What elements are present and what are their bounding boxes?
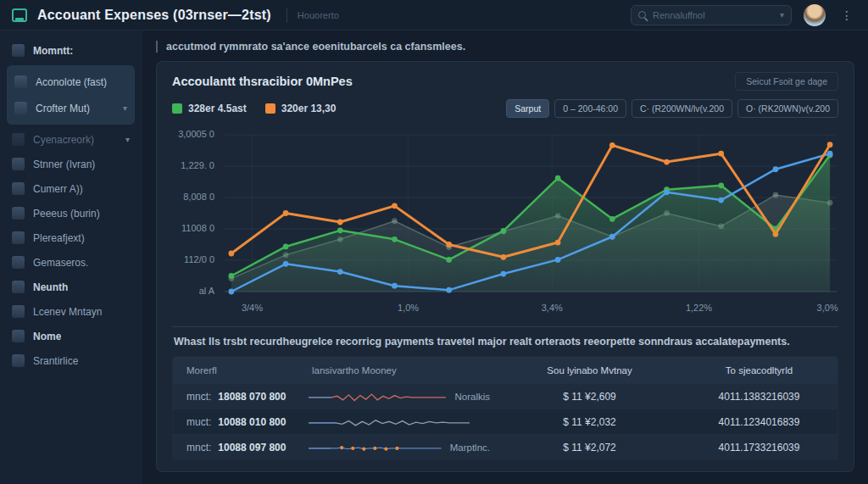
table-row: mnct: 10088 097 800 Marptlnc. $ 11 ¥2,07… bbox=[173, 434, 837, 459]
row-month-value: 10088 097 800 bbox=[218, 442, 286, 453]
apps-icon bbox=[12, 330, 25, 342]
table-row: muct: 10088 010 800 $ 11 ¥2,032 4011.123… bbox=[173, 409, 837, 434]
folder-icon bbox=[12, 305, 25, 318]
sidebar-item-label: Nome bbox=[33, 331, 61, 342]
grid-icon bbox=[14, 102, 27, 114]
header-nav-item[interactable]: Houorerto bbox=[298, 10, 339, 20]
section-divider bbox=[172, 326, 838, 327]
sidebar-item-gemaseros[interactable]: Gemaseros. bbox=[0, 251, 142, 274]
line-chart: 3,0005 01,229. 08,008 011008 0112/0 0al … bbox=[172, 126, 838, 320]
breadcrumb: accutmod rymmrato sa'ance eoenitubarcels… bbox=[156, 37, 854, 61]
row-month-prefix: muct: bbox=[186, 416, 211, 428]
app-logo-icon bbox=[12, 8, 27, 22]
row-month-value: 10088 010 800 bbox=[218, 416, 286, 428]
sparkline-label: Noralkis bbox=[454, 392, 490, 402]
sidebar-item-plereafjext[interactable]: Plereafjext) bbox=[0, 226, 142, 249]
sidebar-active-group: Aconolote (fast) Crofter Mut) ▾ bbox=[7, 65, 135, 125]
x-tick-label: 1,0% bbox=[398, 303, 419, 313]
layers-icon bbox=[12, 133, 25, 146]
breadcrumb-text: accutmod rymmrato sa'ance eoenitubarcels… bbox=[166, 41, 465, 53]
legend-label: 320er 13,30 bbox=[281, 103, 337, 114]
y-tick-label: 1,229. 0 bbox=[181, 160, 214, 170]
table-row: mnct: 18088 070 800 Noralkis $ 11 ¥2,609… bbox=[173, 383, 837, 409]
range-button-1[interactable]: 0 – 200-46:00 bbox=[554, 99, 626, 118]
calendar-icon bbox=[12, 44, 25, 57]
y-axis-labels: 3,0005 01,229. 08,008 011008 0112/0 0al … bbox=[172, 126, 221, 300]
sparkline-chart bbox=[309, 414, 470, 431]
chart-svg bbox=[225, 126, 837, 300]
chevron-down-icon: ▾ bbox=[125, 135, 130, 144]
sparkline-chart bbox=[309, 439, 442, 456]
y-tick-label: 3,0005 0 bbox=[178, 129, 214, 139]
breadcrumb-accent-bar bbox=[156, 41, 158, 53]
chart-legend: 328er 4.5ast 320er 13,30 bbox=[172, 103, 336, 114]
sidebar-item-label: Momntt: bbox=[33, 45, 73, 57]
column-header-incoming: lansivartho Mooney bbox=[300, 365, 498, 376]
sidebar-item-label: Crofter Mut) bbox=[36, 103, 90, 114]
x-tick-label: 3,4% bbox=[542, 303, 563, 313]
row-amount: $ 11 ¥2,072 bbox=[498, 442, 681, 453]
kebab-menu-icon[interactable]: ⋮ bbox=[837, 8, 856, 22]
column-header-outgoing: Sou lyinabo Mvtnay bbox=[498, 365, 681, 376]
grid-icon bbox=[12, 281, 25, 293]
chevron-down-icon: ▾ bbox=[123, 103, 127, 113]
range-button-group: Sarput 0 – 200-46:00 C· (R200WN/lv(v.200… bbox=[506, 99, 838, 118]
sidebar: Momntt: Aconolote (fast) Crofter Mut) ▾ … bbox=[0, 31, 142, 484]
sidebar-item-label: Srantirlice bbox=[33, 355, 78, 367]
legend-item-orange[interactable]: 320er 13,30 bbox=[265, 103, 337, 114]
sidebar-item-label: Aconolote (fast) bbox=[36, 76, 107, 88]
row-amount: $ 11 ¥2,032 bbox=[498, 416, 681, 428]
card-title: Accoulantt thsracibior 0MnPes bbox=[172, 75, 353, 88]
sidebar-item-nome[interactable]: Nome bbox=[0, 325, 142, 348]
x-axis-labels: 3/4%1,0%3,4%1,22%3,0% bbox=[225, 303, 837, 318]
card-action-button[interactable]: Seicut Fsoit ge dage bbox=[735, 72, 838, 91]
row-month-prefix: mnct: bbox=[186, 442, 211, 453]
sidebar-item-label: Cyenacreork) bbox=[33, 134, 94, 146]
sidebar-item-srantirlice[interactable]: Srantirlice bbox=[0, 349, 142, 372]
legend-item-green[interactable]: 328er 4.5ast bbox=[172, 103, 247, 114]
table-header-row: Morerfl lansivartho Mooney Sou lyinabo M… bbox=[173, 357, 837, 383]
user-avatar[interactable] bbox=[804, 4, 826, 26]
sidebar-item-label: Stnner (Ivran) bbox=[33, 159, 95, 170]
row-month-prefix: mnct: bbox=[186, 391, 211, 403]
legend-swatch-orange bbox=[265, 103, 275, 114]
row-amount: $ 11 ¥2,609 bbox=[498, 391, 681, 403]
sidebar-item-stnner[interactable]: Stnner (Ivran) bbox=[0, 153, 142, 175]
sidebar-item-label: Peeeus (burin) bbox=[33, 208, 100, 220]
column-header-total: To sjeacodltyrld bbox=[681, 365, 837, 376]
sidebar-item-label: Gemaseros. bbox=[33, 257, 88, 269]
range-button-3[interactable]: O· (RK20WN)v(v.200 bbox=[737, 99, 838, 118]
search-box[interactable]: ▾ bbox=[631, 5, 792, 25]
expenses-card: Accoulantt thsracibior 0MnPes Seicut Fso… bbox=[156, 61, 854, 472]
search-input[interactable] bbox=[653, 10, 773, 20]
row-month-value: 18088 070 800 bbox=[218, 391, 286, 403]
sidebar-item-neunth[interactable]: Neunth bbox=[0, 275, 142, 298]
row-total: 4011.1234016839 bbox=[681, 416, 837, 428]
range-button-2[interactable]: C· (R200WN/lv(v.200 bbox=[632, 99, 732, 118]
legend-label: 328er 4.5ast bbox=[188, 103, 247, 114]
chevron-down-icon[interactable]: ▾ bbox=[780, 10, 784, 19]
sidebar-item-cumerr[interactable]: Cumerr A)) bbox=[0, 177, 142, 200]
sidebar-item-cyenacreork[interactable]: Cyenacreork) ▾ bbox=[0, 128, 142, 151]
insight-question-text: Whast lls trsbt recurdheugrelce recorric… bbox=[174, 336, 838, 348]
sidebar-item-peeeus[interactable]: Peeeus (burin) bbox=[0, 202, 142, 225]
header-divider bbox=[287, 8, 287, 23]
sparkline-label: Marptlnc. bbox=[450, 442, 490, 453]
row-total: 4011.1383216039 bbox=[681, 391, 837, 403]
copy-icon bbox=[12, 231, 25, 244]
sidebar-item-momntt[interactable]: Momntt: bbox=[0, 39, 142, 62]
y-tick-label: al A bbox=[199, 286, 214, 296]
top-header-bar: Accouant Expenses (03rnser—2tst) Houorer… bbox=[0, 0, 868, 31]
row-total: 4011.1733216039 bbox=[681, 442, 837, 453]
x-tick-label: 3,0% bbox=[817, 303, 838, 313]
range-button-0[interactable]: Sarput bbox=[506, 99, 549, 118]
sidebar-item-aconolote[interactable]: Aconolote (fast) bbox=[8, 70, 134, 94]
main-content: accutmod rymmrato sa'ance eoenitubarcels… bbox=[142, 31, 868, 484]
sidebar-item-label: Cumerr A)) bbox=[33, 183, 83, 195]
sidebar-item-lcenev[interactable]: Lcenev Mntayn bbox=[0, 300, 142, 323]
search-icon bbox=[638, 11, 646, 19]
y-tick-label: 112/0 0 bbox=[184, 254, 214, 264]
column-header-month: Morerfl bbox=[173, 365, 300, 376]
sidebar-item-crofter[interactable]: Crofter Mut) ▾ bbox=[8, 96, 134, 120]
chart-plot-area bbox=[225, 126, 837, 300]
